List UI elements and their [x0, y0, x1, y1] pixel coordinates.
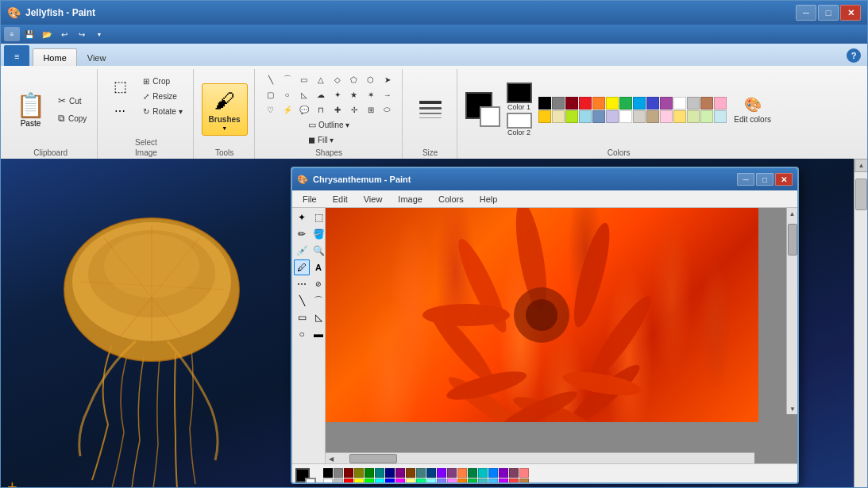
tool-roundrect[interactable]: ▬ — [311, 326, 326, 342]
brushes-button[interactable]: 🖌 Brushes ▼ — [202, 83, 248, 136]
shape-bezier[interactable]: ⌒ — [280, 72, 295, 86]
swatch[interactable] — [457, 478, 467, 484]
close-button[interactable]: ✕ — [840, 5, 861, 21]
shape-star5[interactable]: ★ — [346, 87, 362, 102]
shape-heart[interactable]: ♡ — [263, 102, 279, 117]
shape-callout[interactable]: 💬 — [296, 102, 312, 117]
swatch[interactable] — [395, 468, 405, 478]
palette-cell[interactable] — [579, 110, 592, 123]
palette-cell[interactable] — [592, 97, 605, 110]
swatch[interactable] — [437, 468, 446, 478]
maximize-button[interactable]: □ — [818, 5, 839, 21]
palette-cell[interactable] — [633, 110, 646, 123]
shape-star6[interactable]: ✶ — [363, 87, 379, 102]
palette-cell[interactable] — [565, 97, 578, 110]
inner-hscrollbar[interactable]: ◀ — [326, 452, 754, 463]
minimize-button[interactable]: ─ — [796, 5, 816, 21]
canvas-plus-icon[interactable]: + — [7, 477, 17, 488]
qat-undo[interactable]: ↩ — [56, 27, 72, 41]
swatch[interactable] — [365, 468, 374, 478]
shape-star4[interactable]: ✦ — [330, 87, 345, 102]
tool-poly[interactable]: ◺ — [311, 309, 326, 325]
palette-cell[interactable] — [579, 97, 592, 110]
inner-vscroll-thumb[interactable] — [788, 224, 797, 256]
dotted-select-button[interactable]: ⋯ — [106, 102, 134, 120]
swatch[interactable] — [457, 468, 467, 478]
inner-maximize[interactable]: □ — [756, 173, 773, 186]
cut-button[interactable]: ✂ Cut — [54, 93, 91, 109]
edit-colors-button[interactable]: 🎨 Edit colors — [733, 96, 773, 124]
palette-cell[interactable] — [552, 110, 565, 123]
select-button[interactable]: ⬚ — [106, 72, 134, 101]
palette-cell[interactable] — [606, 97, 619, 110]
menu-image[interactable]: Image — [391, 192, 430, 206]
tool-brush[interactable]: 🖊 — [294, 259, 310, 275]
inner-scroll-up[interactable]: ▲ — [787, 208, 797, 219]
palette-cell[interactable] — [633, 97, 646, 110]
shape-lightning[interactable]: ⚡ — [280, 102, 295, 117]
swatch[interactable] — [323, 468, 333, 478]
shape-ellipse[interactable]: ○ — [280, 87, 295, 102]
help-button[interactable]: ? — [847, 48, 861, 63]
swatch[interactable] — [385, 468, 395, 478]
shape-hex[interactable]: ⬡ — [363, 72, 379, 86]
swatch[interactable] — [344, 478, 353, 484]
swatch[interactable] — [468, 478, 477, 484]
swatch[interactable] — [344, 468, 353, 478]
shape-misc2[interactable]: ⬭ — [380, 102, 395, 117]
tool-curve[interactable]: ⌒ — [311, 293, 326, 309]
palette-cell[interactable] — [538, 110, 551, 123]
qat-folder[interactable]: 📂 — [39, 27, 55, 41]
shape-cylinder[interactable]: ⊓ — [313, 102, 329, 117]
swatch[interactable] — [354, 468, 364, 478]
menu-view[interactable]: View — [357, 192, 390, 206]
swatch[interactable] — [488, 468, 498, 478]
palette-cell[interactable] — [552, 97, 565, 110]
palette-cell[interactable] — [700, 110, 713, 123]
resize-button[interactable]: ⤢ Resize — [139, 90, 186, 103]
swatch[interactable] — [416, 478, 426, 484]
tool-freeselect[interactable]: ✦ — [294, 209, 310, 225]
shape-diamond[interactable]: ◇ — [330, 72, 345, 86]
palette-cell[interactable] — [660, 97, 673, 110]
swatch[interactable] — [447, 468, 457, 478]
palette-cell[interactable] — [619, 97, 632, 110]
shape-cloud[interactable]: ☁ — [313, 87, 329, 102]
tool-pencil[interactable]: ✏ — [294, 226, 310, 242]
palette-cell[interactable] — [673, 97, 686, 110]
palette-cell[interactable] — [673, 110, 686, 123]
swatch[interactable] — [395, 478, 405, 484]
swatch[interactable] — [447, 478, 457, 484]
tool-eyedropper[interactable]: 💉 — [294, 243, 310, 259]
inner-scroll-left[interactable]: ◀ — [326, 453, 337, 463]
swatch[interactable] — [375, 468, 384, 478]
swatch[interactable] — [406, 468, 415, 478]
swatch[interactable] — [499, 468, 508, 478]
tool-airbrush[interactable]: ⋯ — [294, 276, 310, 292]
inner-hscroll-thumb[interactable] — [349, 454, 397, 463]
outline-button[interactable]: ▭ Outline ▾ — [304, 118, 353, 132]
size-button[interactable] — [411, 83, 450, 136]
swatch[interactable] — [385, 478, 395, 484]
copy-button[interactable]: ⧉ Copy — [54, 110, 91, 126]
palette-cell[interactable] — [700, 97, 713, 110]
inner-close[interactable]: ✕ — [775, 173, 793, 186]
palette-cell[interactable] — [687, 110, 700, 123]
crop-button[interactable]: ⊞ Crop — [139, 75, 186, 88]
shape-arrow1[interactable]: ➤ — [380, 72, 395, 86]
swatch[interactable] — [519, 478, 529, 484]
outer-scroll-thumb[interactable] — [855, 179, 867, 210]
tab-view[interactable]: View — [77, 48, 117, 66]
palette-cell[interactable] — [619, 110, 632, 123]
inner-canvas-area[interactable]: ▲ ▼ ◀ — [326, 208, 797, 463]
palette-cell[interactable] — [687, 97, 700, 110]
color1-display[interactable] — [507, 83, 532, 103]
swatch[interactable] — [509, 468, 519, 478]
qat-save[interactable]: 💾 — [21, 27, 37, 41]
palette-cell[interactable] — [538, 97, 551, 110]
shape-rounded-rect[interactable]: ▢ — [263, 87, 279, 102]
fill-button[interactable]: ◼ Fill ▾ — [304, 133, 353, 147]
menu-colors[interactable]: Colors — [431, 192, 471, 206]
swatch[interactable] — [499, 478, 508, 484]
palette-cell[interactable] — [714, 97, 727, 110]
